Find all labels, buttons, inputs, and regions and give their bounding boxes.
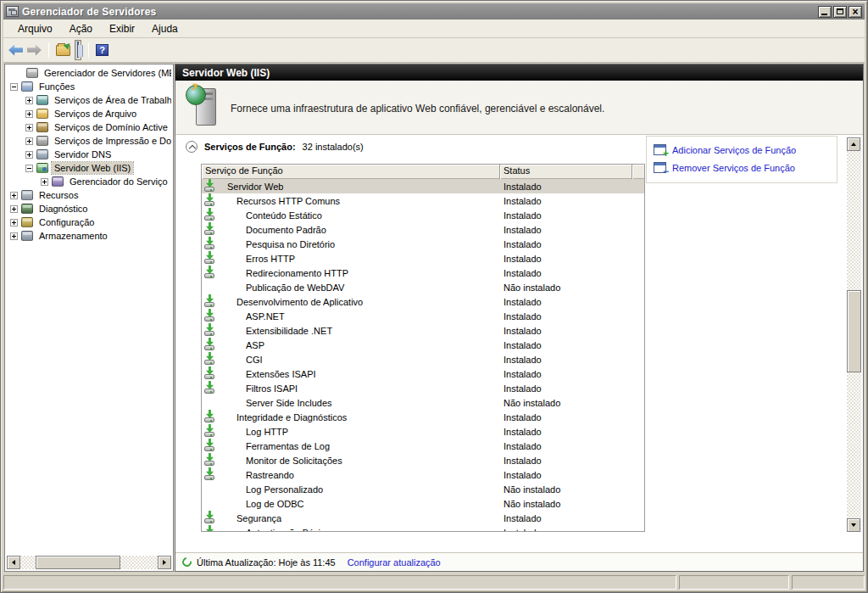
scroll-up-button[interactable] xyxy=(847,137,860,151)
menu-exibir[interactable]: Exibir xyxy=(102,21,142,36)
table-row[interactable]: Server Side Includes Não instalado xyxy=(202,395,644,410)
table-row[interactable]: Extensões ISAPI Instalado xyxy=(202,366,644,381)
table-row[interactable]: Rastreando Instalado xyxy=(202,467,644,482)
scroll-right-button[interactable] xyxy=(158,556,171,569)
service-status: Instalado xyxy=(500,456,632,466)
tree-expander-icon[interactable] xyxy=(10,232,18,240)
table-row[interactable]: Monitor de Solicitações Instalado xyxy=(202,453,644,467)
table-row[interactable]: Log HTTP Instalado xyxy=(202,424,644,439)
tree-item[interactable]: Funções xyxy=(7,80,171,93)
table-row[interactable]: Integridade e Diagnósticos Instalado xyxy=(202,410,644,424)
role-description: Fornece uma infraestrutura de aplicativo… xyxy=(231,103,604,115)
table-row[interactable]: Conteúdo Estático Instalado xyxy=(202,208,644,222)
collapse-chevron-icon[interactable] xyxy=(186,141,198,153)
table-row[interactable]: Extensibilidade .NET Instalado xyxy=(202,323,644,338)
action-link[interactable]: Remover Serviços de Função xyxy=(654,159,832,176)
scroll-down-button[interactable] xyxy=(847,518,860,532)
tree-item[interactable]: Armazenamento xyxy=(7,229,171,243)
action-link[interactable]: Adicionar Serviços de Função xyxy=(654,141,832,159)
tree-expander-icon[interactable] xyxy=(25,110,33,118)
tree-horizontal-scrollbar[interactable] xyxy=(7,556,171,569)
table-row[interactable]: Segurança Instalado xyxy=(202,511,644,525)
tree-item-label: Configuração xyxy=(36,216,97,228)
export-folder-icon[interactable] xyxy=(56,45,70,56)
table-row[interactable]: Desenvolvimento de Aplicativo Instalado xyxy=(202,294,644,309)
tree-item[interactable]: Serviços de Arquivo xyxy=(7,107,171,120)
tree-item[interactable]: Gerenciador do Serviço xyxy=(7,175,171,188)
table-row[interactable]: Servidor Web Instalado xyxy=(202,179,644,193)
scrollbar-thumb[interactable] xyxy=(36,556,120,569)
table-row[interactable]: Log de ODBC Não instalado xyxy=(202,496,644,511)
service-name: Erros HTTP xyxy=(217,254,295,264)
tree-expander-icon[interactable] xyxy=(25,97,33,104)
tree-item[interactable]: Diagnóstico xyxy=(7,202,171,215)
menu-acao[interactable]: Ação xyxy=(62,21,100,36)
table-row[interactable]: Redirecionamento HTTP Instalado xyxy=(202,266,644,280)
help-icon[interactable]: ? xyxy=(96,44,108,56)
minimize-button[interactable] xyxy=(818,6,832,18)
table-row[interactable]: ASP Instalado xyxy=(202,338,644,352)
table-row[interactable]: ASP.NET Instalado xyxy=(202,309,644,323)
service-name: Server Side Includes xyxy=(217,398,332,408)
tree-expander-icon[interactable] xyxy=(41,178,48,186)
service-status: Instalado xyxy=(500,182,632,192)
tree-expander-icon[interactable] xyxy=(10,205,18,213)
content-vertical-scrollbar[interactable] xyxy=(847,137,861,532)
service-name: Documento Padrão xyxy=(217,225,326,235)
tree-item[interactable]: Servidor DNS xyxy=(7,148,171,161)
installed-service-icon xyxy=(203,310,217,322)
table-row[interactable]: Log Personalizado Não instalado xyxy=(202,482,644,496)
table-row[interactable]: Autenticação Básica Instalado xyxy=(202,525,644,532)
tree-expander-icon[interactable] xyxy=(10,192,18,199)
scroll-left-button[interactable] xyxy=(7,556,20,569)
back-arrow-icon[interactable] xyxy=(8,45,23,56)
service-name: Autenticação Básica xyxy=(217,528,331,533)
table-row[interactable]: Filtros ISAPI Instalado xyxy=(202,381,644,395)
installed-service-icon xyxy=(203,526,217,532)
tree-item[interactable]: Gerenciador de Servidores (MERCS xyxy=(7,66,171,80)
tree-item[interactable]: Recursos xyxy=(7,188,171,202)
service-status: Instalado xyxy=(500,513,632,523)
tree-item-icon xyxy=(21,81,33,92)
table-row[interactable]: CGI Instalado xyxy=(202,352,644,366)
scrollbar-thumb[interactable] xyxy=(847,290,861,372)
role-title: Servidor Web (IIS) xyxy=(182,67,270,79)
installed-service-icon xyxy=(203,209,217,221)
tree-expander-icon[interactable] xyxy=(25,165,33,172)
tree-expander-icon[interactable] xyxy=(25,137,33,145)
action-label: Remover Serviços de Função xyxy=(672,163,795,173)
tree-expander-icon[interactable] xyxy=(25,151,33,159)
menu-arquivo[interactable]: Arquivo xyxy=(10,21,60,36)
installed-service-icon xyxy=(203,411,217,423)
service-name-cell: ASP.NET xyxy=(202,309,500,323)
menu-ajuda[interactable]: Ajuda xyxy=(144,21,186,36)
configure-refresh-link[interactable]: Configurar atualização xyxy=(348,557,441,568)
column-header-status[interactable]: Status xyxy=(500,165,632,179)
tree-item[interactable]: Serviços de Impressão e Do xyxy=(7,134,171,148)
installed-service-icon xyxy=(203,338,217,351)
table-row[interactable]: Pesquisa no Diretório Instalado xyxy=(202,237,644,251)
service-name-cell: Server Side Includes xyxy=(202,395,500,410)
tree-item-icon xyxy=(36,149,48,159)
tree-item[interactable]: Serviços de Área de Trabalh xyxy=(7,93,171,107)
tree-item[interactable]: Serviços de Domínio Active xyxy=(7,120,171,134)
service-status: Instalado xyxy=(500,254,632,264)
column-header-service[interactable]: Serviço de Função xyxy=(202,165,500,179)
table-row[interactable]: Documento Padrão Instalado xyxy=(202,222,644,237)
close-button[interactable]: × xyxy=(849,6,862,18)
console-tree-toggle[interactable] xyxy=(75,40,81,60)
table-row[interactable]: Ferramentas de Log Instalado xyxy=(202,439,644,453)
tree-expander-icon[interactable] xyxy=(25,124,33,131)
tree-item-icon xyxy=(36,136,48,146)
tree-expander-icon[interactable] xyxy=(10,83,18,91)
maximize-button[interactable] xyxy=(833,6,847,18)
tree-item-label: Gerenciador do Serviço xyxy=(67,176,170,187)
tree-expander-icon[interactable] xyxy=(10,219,18,227)
table-row[interactable]: Publicação de WebDAV Não instalado xyxy=(202,280,644,294)
tree-item[interactable]: Configuração xyxy=(7,215,171,229)
status-segment xyxy=(792,575,865,590)
table-row[interactable]: Erros HTTP Instalado xyxy=(202,251,644,266)
table-row[interactable]: Recursos HTTP Comuns Instalado xyxy=(202,193,644,208)
tree-item-icon xyxy=(36,163,48,173)
tree-item[interactable]: Servidor Web (IIS) xyxy=(7,161,171,175)
